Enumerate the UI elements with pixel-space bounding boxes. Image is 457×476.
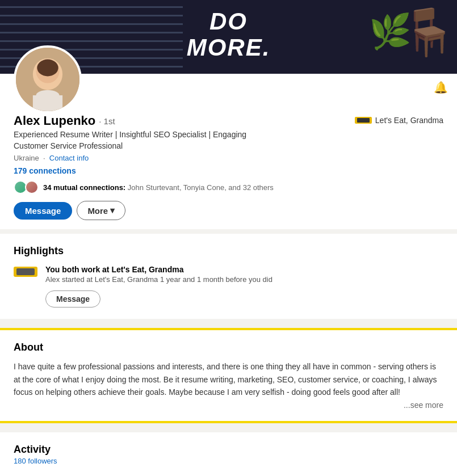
highlight-heading: You both work at Let's Eat, Grandma bbox=[45, 265, 272, 274]
lets-eat-grandma-logo-icon bbox=[14, 267, 37, 277]
activity-title: Activity bbox=[14, 444, 443, 456]
contact-info-link[interactable]: Contact info bbox=[49, 154, 89, 162]
highlights-title: Highlights bbox=[14, 245, 443, 257]
banner-chair-icon: 🪑 bbox=[400, 6, 457, 59]
mutual-avatars bbox=[14, 180, 39, 194]
section-divider-2 bbox=[0, 319, 457, 323]
connections-link[interactable]: 179 connections bbox=[14, 166, 76, 175]
profile-card: 🔔 Alex Lupenko · 1st Experienced Resume … bbox=[0, 74, 457, 229]
activity-followers: 180 followers bbox=[14, 457, 443, 465]
highlight-message-button[interactable]: Message bbox=[45, 290, 100, 307]
degree-badge: · 1st bbox=[99, 116, 115, 126]
message-button[interactable]: Message bbox=[14, 202, 72, 220]
profile-top-row: Alex Lupenko · 1st Experienced Resume Wr… bbox=[0, 113, 457, 162]
section-divider-3 bbox=[0, 423, 457, 428]
highlight-item: You both work at Let's Eat, Grandma Alex… bbox=[14, 265, 443, 307]
activity-card: Activity 180 followers bbox=[0, 432, 457, 476]
highlight-subtext: Alex started at Let's Eat, Grandma 1 yea… bbox=[45, 275, 272, 284]
highlights-card: Highlights You both work at Let's Eat, G… bbox=[0, 234, 457, 319]
highlight-text: You both work at Let's Eat, Grandma Alex… bbox=[45, 265, 272, 307]
actions-row: Message More ▾ bbox=[0, 194, 457, 220]
about-text: I have quite a few professional passions… bbox=[14, 360, 443, 398]
profile-headline: Experienced Resume Writer | Insightful S… bbox=[14, 129, 252, 151]
company-name: Let's Eat, Grandma bbox=[375, 116, 443, 125]
avatar bbox=[14, 45, 82, 113]
connections-row: 179 connections bbox=[0, 162, 457, 176]
company-badge: Let's Eat, Grandma bbox=[355, 116, 443, 125]
svg-point-3 bbox=[37, 60, 58, 77]
banner-text: DOMORE. bbox=[187, 9, 271, 61]
profile-name: Alex Lupenko · 1st bbox=[14, 113, 252, 128]
mutual-text: 34 mutual connections: John Sturtevant, … bbox=[43, 183, 274, 192]
see-more-link[interactable]: ...see more bbox=[14, 401, 443, 410]
about-card: About I have quite a few professional pa… bbox=[0, 328, 457, 423]
mutual-avatar-2 bbox=[25, 180, 39, 194]
company-logo-icon bbox=[355, 117, 372, 124]
about-title: About bbox=[14, 342, 443, 353]
chevron-down-icon: ▾ bbox=[110, 205, 115, 216]
profile-location: Ukraine · Contact info bbox=[14, 154, 252, 162]
profile-name-section: Alex Lupenko · 1st Experienced Resume Wr… bbox=[14, 113, 252, 162]
notification-bell-icon[interactable]: 🔔 bbox=[434, 81, 448, 94]
section-divider-1 bbox=[0, 229, 457, 234]
mutual-row: 34 mutual connections: John Sturtevant, … bbox=[0, 176, 457, 194]
svg-point-5 bbox=[36, 90, 59, 101]
more-button[interactable]: More ▾ bbox=[77, 201, 125, 220]
